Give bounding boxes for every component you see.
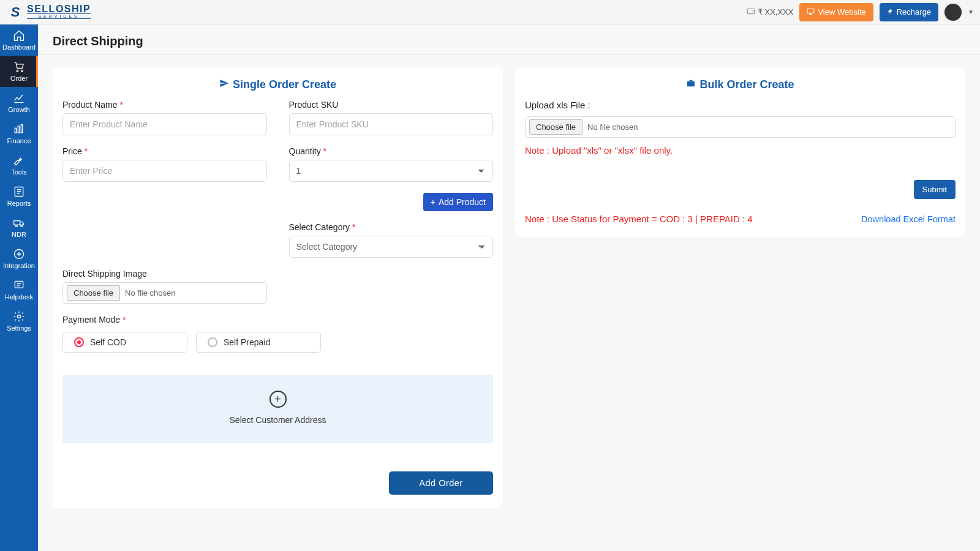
product-name-label: Product Name *	[62, 100, 267, 110]
helpdesk-icon	[13, 279, 25, 291]
bulk-order-title: Bulk Order Create	[525, 78, 956, 91]
upload-xls-label: Upload xls File :	[525, 100, 956, 110]
recharge-label: Recharge	[897, 7, 931, 17]
sidebar-item-label: Tools	[11, 168, 27, 176]
brand-logo: S SELLOSHIP SERVICES	[6, 5, 91, 20]
bulk-order-card: Bulk Order Create Upload xls File : Choo…	[515, 67, 965, 238]
select-customer-address[interactable]: + Select Customer Address	[62, 375, 493, 443]
radio-on-icon	[74, 337, 84, 347]
upload-note: Note : Upload "xls" or "xlsx" file only.	[525, 145, 956, 156]
radio-off-icon	[208, 337, 217, 347]
plus-icon: +	[431, 197, 435, 207]
sidebar-item-label: NDR	[12, 231, 26, 238]
payment-self-cod[interactable]: Self COD	[62, 332, 187, 353]
sidebar-item-helpdesk[interactable]: Helpdesk	[0, 274, 38, 305]
svg-point-13	[18, 315, 21, 318]
product-name-input[interactable]	[62, 113, 267, 135]
brand-name: SELLOSHIP	[27, 5, 91, 13]
quantity-select[interactable]: 1	[289, 160, 494, 182]
svg-rect-8	[14, 221, 20, 225]
product-sku-input[interactable]	[289, 113, 494, 135]
price-label: Price *	[62, 146, 267, 156]
svg-rect-6	[21, 125, 23, 133]
shipping-image-label: Direct Shipping Image	[62, 269, 267, 279]
sidebar-item-finance[interactable]: Finance	[0, 118, 38, 149]
svg-point-10	[21, 225, 23, 227]
sidebar-item-label: Dashboard	[2, 43, 36, 51]
home-icon	[13, 29, 25, 42]
no-file-text: No file chosen	[125, 288, 175, 298]
sidebar-item-label: Integration	[3, 262, 35, 269]
view-website-label: View Website	[818, 7, 865, 17]
growth-icon	[13, 92, 25, 104]
sidebar-item-label: Helpdesk	[5, 293, 33, 301]
svg-point-9	[15, 225, 17, 227]
sidebar-item-settings[interactable]: Settings	[0, 305, 38, 337]
bulk-file-input[interactable]: Choose file No file chosen	[525, 116, 956, 138]
logo-mark-icon: S	[6, 5, 24, 20]
sidebar-item-reports[interactable]: Reports	[0, 181, 38, 212]
payment-mode-label: Payment Mode *	[62, 315, 321, 324]
category-select[interactable]: Select Category	[289, 236, 494, 258]
sidebar-item-growth[interactable]: Growth	[0, 87, 38, 118]
product-sku-label: Product SKU	[289, 100, 494, 110]
reports-icon	[13, 186, 25, 198]
download-excel-link[interactable]: Download Excel Format	[861, 214, 956, 224]
sidebar: DashboardOrderGrowthFinanceToolsReportsN…	[0, 24, 38, 551]
svg-point-3	[21, 70, 23, 72]
view-website-button[interactable]: View Website	[799, 3, 873, 21]
svg-rect-1	[808, 9, 815, 13]
sidebar-item-label: Finance	[7, 137, 31, 144]
payment-status-note: Note : Use Status for Payment = COD : 3 …	[525, 214, 753, 224]
gear-icon	[13, 310, 25, 323]
tools-icon	[13, 154, 25, 167]
bulk-choose-file-button[interactable]: Choose file	[529, 119, 582, 135]
choose-file-button[interactable]: Choose file	[67, 285, 120, 301]
shipping-image-file[interactable]: Choose file No file chosen	[62, 282, 267, 304]
brand-sub: SERVICES	[27, 13, 91, 19]
add-product-button[interactable]: + Add Product	[423, 193, 493, 211]
truck-icon	[13, 217, 25, 229]
svg-rect-0	[747, 9, 755, 14]
add-order-button[interactable]: Add Order	[389, 471, 493, 495]
sidebar-item-label: Growth	[8, 106, 29, 113]
sidebar-item-integration[interactable]: Integration	[0, 243, 38, 274]
plus-circle-icon: +	[270, 391, 287, 408]
bulk-submit-button[interactable]: Submit	[914, 180, 956, 199]
sidebar-item-tools[interactable]: Tools	[0, 149, 38, 181]
svg-rect-5	[18, 126, 20, 133]
sidebar-item-label: Reports	[7, 200, 31, 207]
avatar-caret-icon[interactable]: ▼	[968, 9, 974, 15]
cart-icon	[13, 61, 25, 73]
finance-icon	[13, 123, 25, 135]
avatar[interactable]	[944, 4, 962, 21]
paper-plane-icon	[219, 78, 229, 91]
price-input[interactable]	[62, 160, 267, 182]
plus-icon	[13, 248, 25, 260]
sidebar-item-dashboard[interactable]: Dashboard	[0, 24, 38, 56]
wallet-amount: ₹ XX,XXX	[758, 7, 794, 17]
sidebar-item-label: Order	[10, 75, 28, 82]
sidebar-item-order[interactable]: Order	[0, 56, 38, 87]
payment-self-prepaid[interactable]: Self Prepaid	[196, 332, 321, 353]
briefcase-icon	[686, 78, 696, 91]
bolt-icon	[887, 7, 894, 17]
recharge-button[interactable]: Recharge	[880, 3, 938, 21]
svg-rect-4	[15, 128, 17, 133]
wallet-balance[interactable]: ₹ XX,XXX	[747, 7, 794, 17]
single-order-title: Single Order Create	[62, 78, 493, 91]
svg-rect-12	[15, 281, 23, 288]
monitor-icon	[807, 7, 815, 17]
svg-point-2	[17, 70, 18, 72]
wallet-icon	[747, 7, 755, 17]
sidebar-item-label: Settings	[7, 324, 31, 332]
quantity-label: Quantity *	[289, 146, 494, 156]
sidebar-item-ndr[interactable]: NDR	[0, 212, 38, 243]
select-category-label: Select Category *	[289, 222, 494, 232]
single-order-card: Single Order Create Product Name * Produ…	[53, 67, 503, 508]
bulk-no-file-text: No file chosen	[587, 122, 638, 132]
page-title: Direct Shipping	[53, 34, 965, 48]
